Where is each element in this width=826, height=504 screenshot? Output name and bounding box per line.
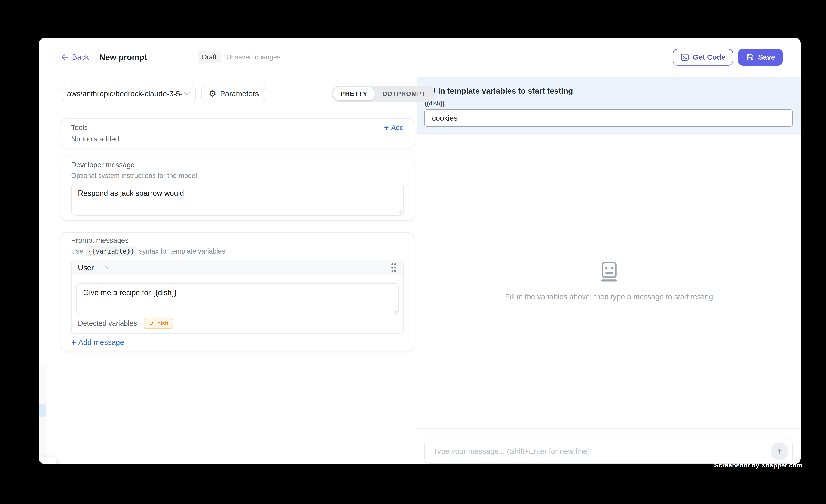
prompt-messages-card: Prompt messages Use {{variable}} syntax … bbox=[61, 232, 414, 351]
message-block: User Give me a bbox=[71, 260, 404, 334]
app-window: Back New prompt Draft Unsaved changes Ge… bbox=[39, 38, 801, 464]
drag-handle-icon[interactable] bbox=[390, 263, 397, 272]
hint-prefix: Use bbox=[71, 247, 83, 255]
developer-message-subtitle: Optional system instructions for the mod… bbox=[71, 172, 404, 180]
variable-name-label: {{dish}} bbox=[424, 101, 792, 107]
main-panes: aws/anthropic/bedrock-claude-3-5-s... ⚙ … bbox=[39, 77, 801, 464]
variable-chip-dish[interactable]: dish bbox=[144, 318, 173, 329]
prompt-editor-content: aws/anthropic/bedrock-claude-3-5-s... ⚙ … bbox=[61, 85, 414, 351]
chevron-down-icon[interactable] bbox=[105, 266, 111, 269]
save-icon bbox=[746, 53, 754, 62]
send-button[interactable] bbox=[771, 442, 788, 460]
plus-icon: + bbox=[71, 338, 76, 346]
gear-icon: ⚙ bbox=[209, 89, 216, 98]
tools-title: Tools bbox=[71, 124, 88, 132]
header: Back New prompt Draft Unsaved changes Ge… bbox=[39, 38, 801, 77]
add-tool-label: Add bbox=[391, 124, 404, 132]
parameters-label: Parameters bbox=[220, 89, 259, 98]
parameters-button[interactable]: ⚙ Parameters bbox=[201, 85, 266, 102]
get-code-label: Get Code bbox=[693, 53, 725, 61]
developer-message-textarea[interactable]: Respond as jack sparrow would bbox=[71, 184, 404, 215]
prompt-messages-title: Prompt messages bbox=[71, 237, 404, 245]
tools-empty-text: No tools added bbox=[71, 135, 404, 143]
variables-panel-heading: Fill in template variables to start test… bbox=[424, 86, 792, 96]
variable-chip-label: dish bbox=[157, 320, 168, 327]
developer-message-field-wrap: Respond as jack sparrow would bbox=[71, 184, 404, 215]
model-select[interactable]: aws/anthropic/bedrock-claude-3-5-s... bbox=[61, 85, 196, 102]
developer-message-card: Developer message Optional system instru… bbox=[61, 156, 414, 220]
template-syntax-hint: Use {{variable}} syntax for template var… bbox=[71, 246, 404, 256]
chat-empty-state: Fill in the variables above, then type a… bbox=[417, 134, 801, 428]
get-code-button[interactable]: Get Code bbox=[673, 49, 733, 66]
developer-message-title: Developer message bbox=[71, 161, 404, 169]
edit-pencil-icon bbox=[148, 320, 155, 327]
left-rail-active-highlight bbox=[39, 404, 46, 417]
message-body: Give me a recipe for {{dish}} Detected v… bbox=[71, 275, 403, 333]
back-arrow-icon bbox=[61, 53, 69, 61]
variable-syntax-chip: {{variable}} bbox=[86, 246, 136, 256]
view-mode-toggle: PRETTY DOTPROMPT bbox=[332, 85, 434, 102]
tools-card-header: Tools + Add bbox=[71, 123, 404, 132]
chevron-down-icon bbox=[183, 91, 190, 96]
model-select-value: aws/anthropic/bedrock-claude-3-5-s... bbox=[67, 89, 183, 98]
empty-state-text: Fill in the variables above, then type a… bbox=[505, 293, 713, 301]
prompt-editor-pane: aws/anthropic/bedrock-claude-3-5-s... ⚙ … bbox=[39, 77, 417, 464]
save-label: Save bbox=[758, 53, 775, 61]
back-button[interactable]: Back bbox=[61, 53, 89, 61]
add-message-label: Add message bbox=[78, 338, 124, 346]
toggle-option-dotprompt[interactable]: DOTPROMPT bbox=[375, 87, 433, 101]
arrow-up-icon bbox=[775, 447, 784, 455]
role-select-value[interactable]: User bbox=[78, 263, 94, 272]
template-variables-panel: Fill in template variables to start test… bbox=[417, 77, 801, 134]
tools-card: Tools + Add No tools added bbox=[61, 118, 414, 148]
save-button[interactable]: Save bbox=[738, 49, 783, 66]
composer-area bbox=[417, 428, 801, 464]
page-title: New prompt bbox=[99, 53, 147, 62]
detected-variables-label: Detected variables: bbox=[78, 319, 139, 327]
chat-message-input[interactable] bbox=[433, 447, 771, 456]
status-badge: Draft bbox=[198, 51, 221, 63]
detected-variables-row: Detected variables: dish bbox=[76, 318, 399, 330]
plus-icon: + bbox=[384, 123, 389, 132]
back-label: Back bbox=[72, 53, 89, 61]
robot-icon bbox=[597, 261, 621, 284]
hint-suffix: syntax for template variables bbox=[139, 247, 225, 255]
variable-value-input[interactable] bbox=[424, 109, 792, 127]
composer-box bbox=[424, 439, 792, 464]
xnapper-watermark: Screenshot by Xnapper.com bbox=[714, 461, 802, 469]
model-row: aws/anthropic/bedrock-claude-3-5-s... ⚙ … bbox=[61, 85, 414, 102]
toggle-option-pretty[interactable]: PRETTY bbox=[333, 87, 375, 101]
resize-handle-icon[interactable] bbox=[398, 209, 402, 214]
message-textarea[interactable]: Give me a recipe for {{dish}} bbox=[76, 283, 399, 315]
terminal-icon bbox=[681, 53, 689, 62]
message-role-header: User bbox=[71, 260, 403, 275]
message-field-wrap: Give me a recipe for {{dish}} bbox=[76, 283, 399, 315]
add-tool-button[interactable]: + Add bbox=[384, 123, 404, 132]
resize-handle-icon[interactable] bbox=[393, 309, 397, 313]
add-message-button[interactable]: + Add message bbox=[71, 338, 404, 346]
corner-card bbox=[39, 457, 56, 464]
test-pane: Fill in template variables to start test… bbox=[417, 77, 801, 464]
unsaved-changes-text: Unsaved changes bbox=[226, 53, 280, 61]
